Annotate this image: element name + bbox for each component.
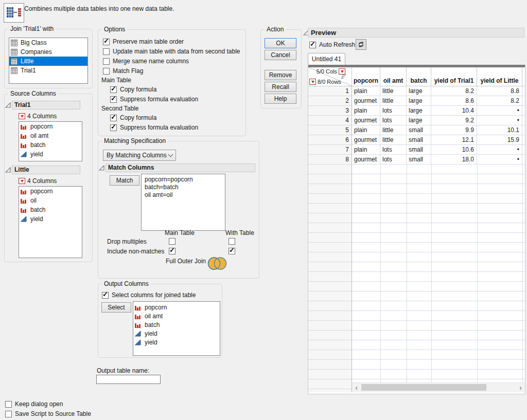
preview-cell[interactable]: gourmet <box>352 96 380 106</box>
preview-cell[interactable]: plain <box>352 106 380 116</box>
preview-cell[interactable]: lots <box>380 116 407 125</box>
list-item-selected[interactable]: Little <box>9 57 87 66</box>
column-item[interactable]: batch <box>19 205 82 214</box>
preview-column-header[interactable]: popcorn <box>352 67 380 86</box>
disclosure-triangle-icon[interactable] <box>99 165 104 171</box>
preview-cell[interactable]: plain <box>352 145 380 155</box>
include-non-matches-main-checkbox[interactable]: ✓ <box>169 247 175 254</box>
scrollbar-track[interactable] <box>361 383 516 392</box>
disclosure-triangle-icon[interactable] <box>5 102 11 108</box>
preview-cell[interactable]: gourmet <box>352 116 380 125</box>
second-copy-formula-checkbox[interactable]: ✓ Copy formula <box>110 114 156 121</box>
ok-button[interactable]: OK <box>265 38 296 48</box>
column-item[interactable]: yield <box>19 214 82 224</box>
list-item[interactable]: Trial1 <box>9 66 87 75</box>
output-table-name-input[interactable] <box>96 375 161 384</box>
preview-cell[interactable]: 8.6 <box>431 96 477 106</box>
main-copy-formula-checkbox[interactable]: ✓ Copy formula <box>110 86 156 93</box>
column-item[interactable]: oil amt <box>19 131 82 140</box>
preview-row-header[interactable]: 4 <box>308 116 352 125</box>
column-item[interactable]: popcorn <box>19 122 82 131</box>
preview-column-header[interactable]: oil amt <box>380 67 407 86</box>
preview-cell[interactable]: • <box>477 106 522 116</box>
preview-cell[interactable]: large <box>407 96 431 106</box>
column-item[interactable]: batch <box>19 140 82 150</box>
preview-cell[interactable]: lots <box>380 106 407 116</box>
source-group-header[interactable]: Little <box>12 166 80 174</box>
list-item[interactable]: Big Class <box>9 38 87 47</box>
preview-cell[interactable]: 9.9 <box>431 125 477 135</box>
horizontal-scrollbar[interactable]: ‹ › <box>352 382 525 392</box>
scroll-left-arrow[interactable]: ‹ <box>352 383 361 392</box>
preview-cell[interactable]: large <box>407 86 431 96</box>
recall-button[interactable]: Recall <box>265 82 296 92</box>
list-item[interactable]: Companies <box>9 47 87 57</box>
preview-cell[interactable]: lots <box>380 155 407 165</box>
preview-cell[interactable]: plain <box>352 86 380 96</box>
preview-row-header[interactable]: 7 <box>308 145 352 155</box>
column-item[interactable]: oil <box>19 196 82 205</box>
preview-column-header[interactable]: yield of Trial1 <box>431 67 477 86</box>
preview-cell[interactable]: 9.2 <box>431 116 477 125</box>
preview-row-header[interactable]: 6 <box>308 135 352 145</box>
red-triangle-menu-icon[interactable] <box>309 79 316 85</box>
preview-cell[interactable]: lots <box>380 145 407 155</box>
sort-order-icon[interactable] <box>341 74 347 80</box>
preview-column-header[interactable]: batch <box>407 67 431 86</box>
save-script-checkbox[interactable]: Save Script to Source Table <box>5 410 91 417</box>
preview-cell[interactable]: 18.0 <box>431 155 477 165</box>
preview-cell[interactable]: 12.1 <box>431 135 477 145</box>
matching-method-dropdown[interactable]: By Matching Columns <box>103 150 176 161</box>
match-pairs-list[interactable]: popcorn=popcorn batch=batch oil amt=oil <box>141 174 225 231</box>
rows-menu[interactable]: 8/0 Rows <box>309 79 341 85</box>
preserve-order-checkbox[interactable]: ✓ Preserve main table order <box>103 38 184 45</box>
cancel-button[interactable]: Cancel <box>265 50 296 60</box>
preview-header[interactable]: Preview <box>308 28 524 38</box>
preview-cell[interactable]: small <box>407 145 431 155</box>
column-item[interactable]: yield <box>19 150 82 159</box>
preview-cell[interactable]: small <box>407 135 431 145</box>
preview-cell[interactable]: 10.6 <box>431 145 477 155</box>
preview-cell[interactable]: 10.1 <box>477 125 522 135</box>
preview-row-header[interactable]: 1 <box>308 86 352 96</box>
red-triangle-menu-icon[interactable] <box>19 178 25 184</box>
main-suppress-formula-checkbox[interactable]: ✓ Suppress formula evaluation <box>110 96 198 103</box>
preview-cell[interactable]: little <box>380 135 407 145</box>
auto-refresh-checkbox[interactable]: ✓ Auto Refresh <box>309 41 355 48</box>
red-triangle-menu-icon[interactable] <box>19 113 25 119</box>
preview-cell[interactable]: small <box>407 125 431 135</box>
second-suppress-formula-checkbox[interactable]: ✓ Suppress formula evaluation <box>110 124 198 131</box>
preview-row-header[interactable]: 8 <box>308 155 352 165</box>
preview-cell[interactable]: plain <box>352 125 380 135</box>
preview-cell[interactable]: • <box>477 116 522 125</box>
preview-cell[interactable]: little <box>380 125 407 135</box>
match-button[interactable]: Match <box>110 175 139 186</box>
include-non-matches-with-checkbox[interactable]: ✓ <box>229 247 235 254</box>
column-item[interactable]: yield <box>133 329 220 338</box>
column-item[interactable]: oil amt <box>133 312 220 320</box>
help-button[interactable]: Help <box>265 94 296 104</box>
preview-cell[interactable]: gourmet <box>352 135 380 145</box>
drop-multiples-with-checkbox[interactable] <box>229 238 235 245</box>
preview-row-header[interactable]: 2 <box>308 96 352 106</box>
column-item[interactable]: popcorn <box>19 187 82 196</box>
column-item[interactable]: batch <box>133 320 220 329</box>
match-columns-header[interactable]: Match Columns <box>106 163 255 172</box>
select-columns-checkbox[interactable]: ✓ Select columns for joined table <box>102 291 196 299</box>
preview-column-header[interactable]: yield of Little <box>477 67 522 86</box>
preview-row-header[interactable]: 5 <box>308 125 352 135</box>
preview-cell[interactable]: gourmet <box>352 155 380 165</box>
select-button[interactable]: Select <box>101 302 131 313</box>
keep-dialog-open-checkbox[interactable]: Keep dialog open <box>5 400 63 408</box>
refresh-button[interactable] <box>356 39 366 50</box>
preview-cell[interactable]: 8.8 <box>477 86 522 96</box>
tab-untitled-41[interactable]: Untitled 41 <box>308 53 345 65</box>
match-flag-checkbox[interactable]: Match Flag <box>103 67 143 75</box>
column-item[interactable]: popcorn <box>133 303 220 312</box>
update-main-checkbox[interactable]: Update main table with data from second … <box>103 48 240 55</box>
preview-cell[interactable]: 15.9 <box>477 135 522 145</box>
source-group-header[interactable]: Trial1 <box>12 101 80 109</box>
preview-cell[interactable]: large <box>407 116 431 125</box>
preview-cell[interactable]: 10.4 <box>431 106 477 116</box>
preview-cell[interactable]: large <box>407 106 431 116</box>
